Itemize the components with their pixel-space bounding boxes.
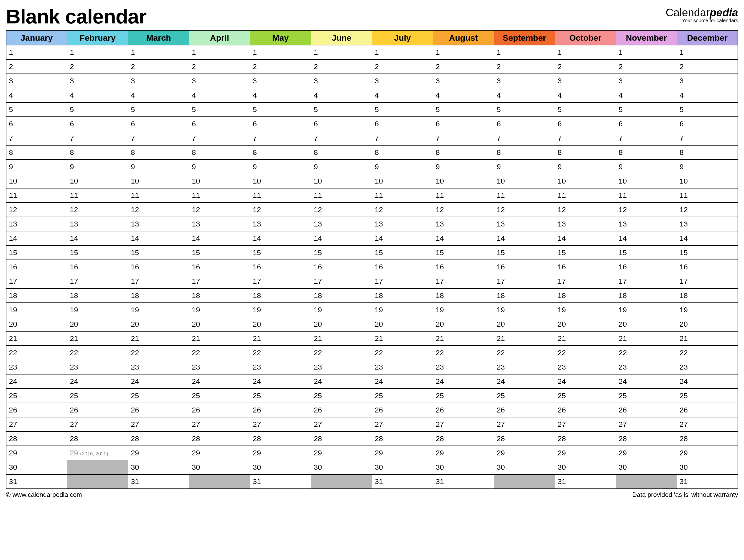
day-cell: 20 (433, 317, 494, 331)
day-cell: 19 (372, 303, 433, 317)
month-header-march: March (128, 30, 189, 45)
day-cell: 7 (128, 131, 189, 145)
day-cell: 12 (311, 202, 372, 217)
day-cell: 29 (2016, 2020) (67, 446, 128, 460)
day-cell: 16 (6, 260, 67, 274)
day-cell: 20 (616, 317, 677, 331)
day-cell: 4 (555, 88, 616, 102)
day-cell: 6 (128, 117, 189, 131)
day-cell: 11 (616, 188, 677, 202)
day-cell: 10 (189, 174, 250, 188)
day-cell (67, 460, 128, 474)
day-cell: 18 (677, 288, 738, 303)
day-cell: 23 (311, 360, 372, 374)
day-cell: 4 (616, 88, 677, 102)
day-cell: 11 (128, 188, 189, 202)
day-cell: 4 (250, 88, 311, 102)
day-cell: 28 (372, 432, 433, 446)
day-cell: 17 (616, 274, 677, 288)
day-cell: 2 (616, 60, 677, 74)
day-cell: 26 (67, 403, 128, 417)
day-cell: 30 (616, 460, 677, 474)
day-cell: 30 (6, 460, 67, 474)
day-cell (67, 474, 128, 489)
day-cell: 22 (189, 346, 250, 360)
day-cell: 7 (311, 131, 372, 145)
day-cell: 18 (372, 288, 433, 303)
day-row: 161616161616161616161616 (6, 260, 738, 274)
day-cell: 29 (250, 446, 311, 460)
day-cell: 7 (677, 131, 738, 145)
day-cell: 19 (494, 303, 555, 317)
month-header-june: June (311, 30, 372, 45)
day-cell: 13 (494, 217, 555, 231)
day-cell: 5 (67, 102, 128, 117)
day-row: 333333333333 (6, 74, 738, 88)
day-cell: 18 (189, 288, 250, 303)
month-header-february: February (67, 30, 128, 45)
day-cell: 30 (494, 460, 555, 474)
day-cell: 12 (189, 202, 250, 217)
month-header-november: November (616, 30, 677, 45)
day-cell: 21 (311, 331, 372, 346)
day-cell: 7 (372, 131, 433, 145)
day-cell: 25 (128, 388, 189, 403)
day-cell: 10 (311, 174, 372, 188)
day-cell: 4 (494, 88, 555, 102)
day-cell: 14 (616, 231, 677, 246)
day-cell: 23 (372, 360, 433, 374)
day-cell: 23 (250, 360, 311, 374)
day-cell: 29 (555, 446, 616, 460)
day-row: 181818181818181818181818 (6, 288, 738, 303)
day-cell: 9 (67, 160, 128, 174)
day-cell: 14 (677, 231, 738, 246)
day-cell: 26 (128, 403, 189, 417)
day-cell: 14 (250, 231, 311, 246)
day-cell: 8 (311, 145, 372, 160)
day-cell: 10 (494, 174, 555, 188)
month-header-september: September (494, 30, 555, 45)
day-cell: 6 (311, 117, 372, 131)
day-cell: 19 (67, 303, 128, 317)
day-cell: 22 (6, 346, 67, 360)
day-cell: 14 (555, 231, 616, 246)
day-cell: 2 (555, 60, 616, 74)
day-row: 191919191919191919191919 (6, 303, 738, 317)
day-cell: 5 (6, 102, 67, 117)
day-cell: 29 (433, 446, 494, 460)
day-cell: 3 (128, 74, 189, 88)
day-cell: 8 (372, 145, 433, 160)
month-header-july: July (372, 30, 433, 45)
day-cell: 8 (189, 145, 250, 160)
day-cell: 2 (67, 60, 128, 74)
day-cell: 14 (6, 231, 67, 246)
day-cell: 1 (6, 45, 67, 60)
day-cell: 27 (372, 417, 433, 432)
footer-disclaimer: Data provided 'as is' without warranty (632, 491, 738, 498)
day-cell: 26 (311, 403, 372, 417)
day-cell: 19 (250, 303, 311, 317)
day-cell: 9 (189, 160, 250, 174)
day-cell: 6 (616, 117, 677, 131)
day-cell: 12 (555, 202, 616, 217)
day-row: 202020202020202020202020 (6, 317, 738, 331)
day-cell: 30 (372, 460, 433, 474)
day-cell: 9 (372, 160, 433, 174)
day-cell: 31 (433, 474, 494, 489)
day-cell: 15 (311, 246, 372, 260)
day-cell: 24 (372, 374, 433, 388)
day-cell: 13 (311, 217, 372, 231)
day-cell: 24 (311, 374, 372, 388)
day-cell: 23 (494, 360, 555, 374)
day-row: 666666666666 (6, 117, 738, 131)
day-cell: 12 (128, 202, 189, 217)
day-cell: 27 (311, 417, 372, 432)
day-cell: 3 (616, 74, 677, 88)
day-cell: 27 (67, 417, 128, 432)
day-cell: 26 (616, 403, 677, 417)
page-title: Blank calendar (6, 5, 146, 28)
day-cell: 23 (616, 360, 677, 374)
day-cell: 14 (189, 231, 250, 246)
day-row: 101010101010101010101010 (6, 174, 738, 188)
day-row: 121212121212121212121212 (6, 202, 738, 217)
